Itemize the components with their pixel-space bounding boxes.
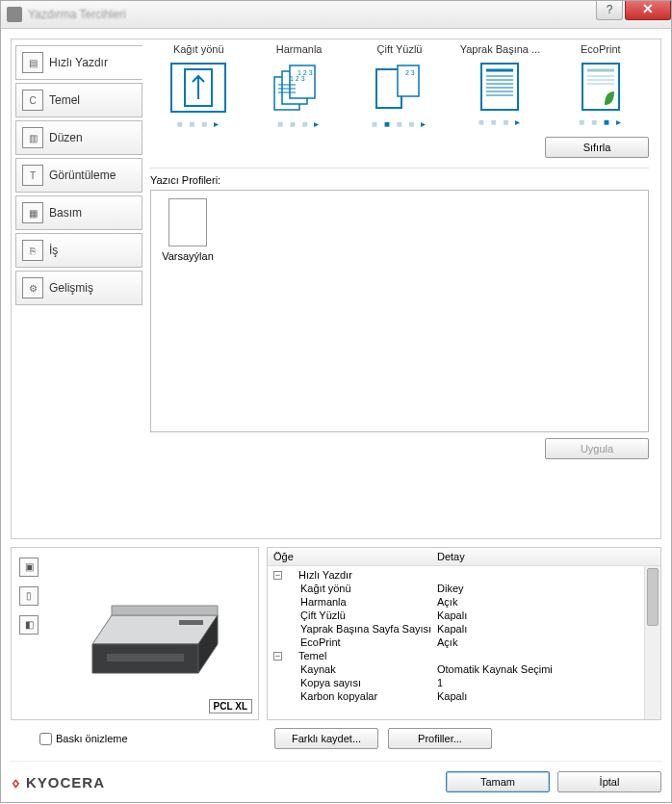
details-group: −Temel bbox=[268, 649, 660, 662]
preview-page-icon[interactable]: ▯ bbox=[19, 586, 39, 606]
save-as-button[interactable]: Farklı kaydet... bbox=[274, 728, 378, 749]
profiles-button[interactable]: Profiller... bbox=[388, 728, 492, 749]
profiles-label: Yazıcı Profileri: bbox=[150, 174, 649, 186]
group-label: Hızlı Yazdır bbox=[285, 569, 352, 581]
job-icon: ⎘ bbox=[22, 240, 43, 261]
option-pages-per-sheet[interactable]: Yaprak Başına ... ■ ■ ■ ▸ bbox=[452, 43, 548, 129]
col-item: Öğe bbox=[273, 551, 437, 562]
svg-marker-24 bbox=[92, 615, 218, 644]
brand-name: KYOCERA bbox=[26, 774, 105, 791]
profile-default[interactable]: Varsayýlan bbox=[159, 198, 217, 262]
item-value: Kapalı bbox=[437, 690, 655, 702]
item-label: Kopya sayısı bbox=[273, 677, 361, 688]
svg-rect-28 bbox=[107, 654, 184, 661]
option-pager: ■ ■ ■ ▸ bbox=[452, 117, 548, 127]
option-ecoprint[interactable]: EcoPrint ■ ■ ■ ▸ bbox=[553, 43, 649, 129]
tab-content: Kağıt yönü ■ ■ ■ ▸ Harmanla 1 2 3 bbox=[142, 43, 657, 534]
tab-label: Gelişmiş bbox=[49, 281, 93, 295]
item-value: Açık bbox=[437, 636, 655, 648]
scrollbar-thumb[interactable] bbox=[647, 568, 659, 626]
collate-icon: 1 2 3 1 2 3 bbox=[269, 63, 330, 113]
duplex-icon: 2 3 bbox=[369, 63, 430, 113]
print-preview-label: Baskı önizleme bbox=[56, 733, 128, 744]
tab-quick-print[interactable]: ▤ Hızlı Yazdır bbox=[15, 45, 142, 80]
details-row: Yaprak Başına Sayfa SayısıKapalı bbox=[268, 622, 660, 635]
option-collate[interactable]: Harmanla 1 2 3 1 2 3 ■ ■ ■ ▸ bbox=[250, 43, 347, 129]
tab-imaging[interactable]: T Görüntüleme bbox=[15, 158, 142, 193]
preview-printer-icon[interactable]: ▣ bbox=[19, 558, 39, 577]
tab-label: Hızlı Yazdır bbox=[49, 56, 108, 69]
option-label: EcoPrint bbox=[553, 43, 649, 57]
tab-layout[interactable]: ▥ Düzen bbox=[15, 120, 142, 155]
profiles-list[interactable]: Varsayýlan bbox=[150, 190, 649, 432]
item-value: Kapalı bbox=[437, 623, 655, 635]
option-label: Yaprak Başına ... bbox=[452, 43, 548, 57]
item-value bbox=[437, 650, 655, 661]
option-pager: ■ ■ ■ ▸ bbox=[553, 117, 649, 127]
details-row: Kağıt yönüDikey bbox=[268, 582, 660, 595]
preview-pane: ▣ ▯ ◧ PCL XL bbox=[11, 547, 259, 720]
item-value: Açık bbox=[437, 596, 655, 608]
col-detail: Detay bbox=[437, 551, 655, 562]
tab-label: İş bbox=[49, 244, 58, 257]
apply-button[interactable]: Uygula bbox=[545, 438, 649, 459]
group-label: Temel bbox=[285, 650, 326, 661]
details-row: KaynakOtomatik Kaynak Seçimi bbox=[268, 662, 660, 676]
item-label: Harmanla bbox=[273, 596, 347, 608]
below-row: Baskı önizleme Farklı kaydet... Profille… bbox=[11, 728, 661, 749]
footer: ⬨ KYOCERA Tamam İptal bbox=[11, 761, 661, 792]
details-group: −Hızlı Yazdır bbox=[268, 568, 660, 582]
tab-basic[interactable]: C Temel bbox=[15, 83, 142, 117]
profile-thumb-icon bbox=[168, 198, 207, 246]
option-pager: ■ ■ ■ ■ ▸ bbox=[351, 118, 448, 129]
brand-logo: ⬨ KYOCERA bbox=[11, 772, 105, 792]
tab-publishing[interactable]: ▦ Basım bbox=[15, 195, 142, 230]
tree-toggle[interactable]: − bbox=[273, 571, 282, 580]
brand-symbol-icon: ⬨ bbox=[11, 772, 22, 792]
tree-toggle[interactable]: − bbox=[273, 652, 282, 661]
option-duplex[interactable]: Çift Yüzlü 2 3 ■ ■ ■ ■ ▸ bbox=[351, 43, 448, 129]
dialog-body: ▤ Hızlı Yazdır C Temel ▥ Düzen T Görüntü… bbox=[0, 29, 672, 803]
details-row: HarmanlaAçık bbox=[268, 595, 660, 609]
advanced-icon: ⚙ bbox=[22, 277, 43, 298]
item-value bbox=[437, 569, 655, 581]
item-value: Dikey bbox=[437, 583, 655, 594]
quick-print-icon: ▤ bbox=[22, 52, 43, 73]
print-preview-checkbox[interactable]: Baskı önizleme bbox=[11, 733, 259, 745]
tab-advanced[interactable]: ⚙ Gelişmiş bbox=[15, 271, 142, 305]
imaging-icon: T bbox=[22, 165, 43, 186]
reset-button[interactable]: Sıfırla bbox=[545, 137, 649, 158]
item-label: Çift Yüzlü bbox=[273, 609, 346, 621]
item-value: Otomatik Kaynak Seçimi bbox=[437, 663, 655, 675]
details-header: Öğe Detay bbox=[268, 548, 660, 566]
details-body[interactable]: −Hızlı YazdırKağıt yönüDikeyHarmanlaAçık… bbox=[268, 566, 660, 719]
cancel-button[interactable]: İptal bbox=[557, 771, 661, 792]
option-pager: ■ ■ ■ ▸ bbox=[150, 118, 246, 129]
preview-color-icon[interactable]: ◧ bbox=[19, 615, 39, 635]
window-title: Yazdırma Tercihleri bbox=[28, 8, 126, 21]
ecoprint-icon bbox=[582, 63, 620, 111]
svg-text:1 2 3: 1 2 3 bbox=[290, 75, 305, 82]
ok-button[interactable]: Tamam bbox=[446, 771, 550, 792]
details-row: Kopya sayısı1 bbox=[268, 676, 660, 689]
option-label: Çift Yüzlü bbox=[351, 43, 448, 57]
profile-name: Varsayýlan bbox=[159, 250, 217, 262]
details-row: EcoPrintAçık bbox=[268, 635, 660, 649]
svg-rect-29 bbox=[179, 620, 203, 625]
item-label: Kağıt yönü bbox=[273, 583, 351, 594]
tab-label: Görüntüleme bbox=[49, 169, 116, 182]
help-button[interactable]: ? bbox=[596, 1, 623, 20]
close-button[interactable]: ✕ bbox=[625, 1, 671, 20]
main-panel: ▤ Hızlı Yazdır C Temel ▥ Düzen T Görüntü… bbox=[11, 39, 661, 539]
titlebar: Yazdırma Tercihleri ? ✕ bbox=[0, 0, 672, 29]
item-label: EcoPrint bbox=[273, 636, 341, 648]
scrollbar[interactable] bbox=[644, 566, 660, 719]
lower-panel: ▣ ▯ ◧ PCL XL Öğe Detay bbox=[11, 547, 661, 720]
print-preview-input[interactable] bbox=[39, 733, 52, 745]
svg-marker-27 bbox=[112, 606, 218, 615]
tab-job[interactable]: ⎘ İş bbox=[15, 233, 142, 268]
publishing-icon: ▦ bbox=[22, 202, 43, 223]
option-orientation[interactable]: Kağıt yönü ■ ■ ■ ▸ bbox=[150, 43, 246, 129]
option-label: Kağıt yönü bbox=[150, 43, 246, 57]
pdl-badge: PCL XL bbox=[209, 699, 252, 713]
